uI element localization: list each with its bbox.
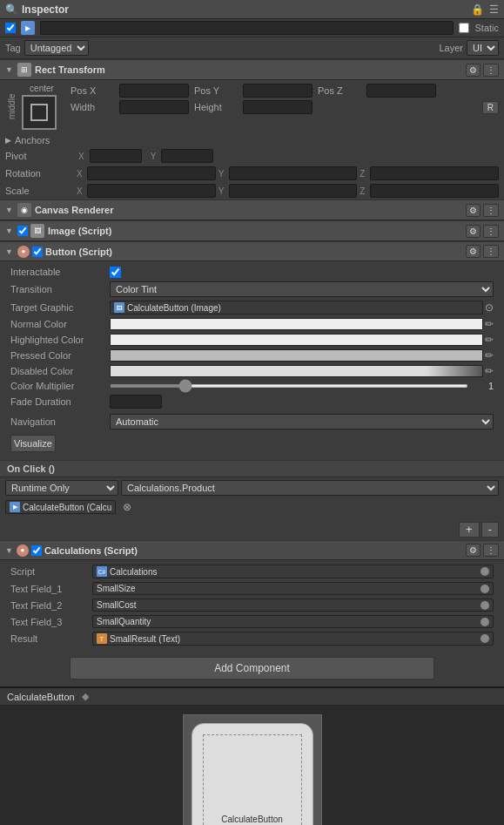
calculations-product-select[interactable]: Calculations.Product — [121, 480, 499, 496]
text-field-3-field[interactable]: SmallQuantity — [92, 615, 494, 628]
width-input[interactable]: 109 — [119, 100, 189, 114]
r-button[interactable]: R — [482, 101, 499, 114]
tag-layer-row: Tag Untagged Layer UI — [0, 37, 504, 59]
pos-y-input[interactable]: -165 — [243, 84, 312, 98]
lock-icon[interactable]: 🔒 — [471, 3, 484, 16]
calc-collapse-arrow: ▼ — [5, 546, 13, 555]
script-value-field[interactable]: C# Calculations — [92, 565, 494, 578]
button-script-body: Interactable Transition Color Tint Targe… — [0, 261, 504, 460]
rect-menu-btn[interactable]: ⋮ — [483, 64, 499, 77]
pivot-y-input[interactable]: 0.5 — [161, 149, 213, 163]
target-graphic-edit[interactable]: ⊙ — [485, 301, 494, 314]
pivot-row: Pivot X 0.5 Y 0.5 — [0, 147, 504, 165]
add-onclick-btn[interactable]: + — [459, 522, 480, 538]
object-name-input[interactable]: CalculateButton — [40, 21, 454, 35]
static-label: Static — [474, 23, 499, 33]
calculations-script-header[interactable]: ▼ ● Calculations (Script) ⚙ ⋮ — [0, 540, 504, 560]
scale-x-input[interactable]: 1 — [87, 184, 216, 198]
calc-menu-btn[interactable]: ⋮ — [483, 544, 499, 557]
object-name-bar: ▶ CalculateButton Static — [0, 19, 504, 37]
canvas-renderer-header[interactable]: ▼ ◉ Canvas Renderer ⚙ ⋮ — [0, 199, 504, 220]
remove-onclick-btn[interactable]: - — [481, 522, 499, 538]
button-menu-btn[interactable]: ⋮ — [483, 245, 499, 258]
normal-color-row: Normal Color ✏ — [5, 316, 499, 332]
layer-select[interactable]: UI — [467, 40, 499, 56]
pressed-color-edit[interactable]: ✏ — [485, 349, 494, 362]
static-checkbox[interactable] — [459, 23, 469, 33]
interactable-checkbox[interactable] — [110, 267, 121, 278]
image-menu-btn[interactable]: ⋮ — [483, 225, 499, 238]
preview-area: CalculateButton Image Size: 32x32 — [0, 706, 504, 825]
pressed-color-bar[interactable] — [110, 349, 483, 362]
onclick-label: On Click () — [7, 463, 55, 474]
height-input[interactable]: 49 — [243, 100, 312, 114]
tag-select[interactable]: Untagged — [24, 40, 89, 56]
add-component-btn[interactable]: Add Component — [70, 657, 434, 680]
target-graphic-label: Target Graphic — [10, 302, 106, 313]
highlighted-color-bar[interactable] — [110, 334, 483, 346]
pos-z-input[interactable]: 0 — [366, 84, 436, 98]
script-obj-icon: C# — [97, 566, 107, 577]
rot-y-label: Y — [218, 169, 227, 179]
result-field[interactable]: T SmallResult (Text) — [92, 632, 494, 646]
text-field-1-circle-btn[interactable] — [480, 585, 489, 593]
preview-dashed-rect — [203, 734, 302, 825]
disabled-color-row: Disabled Color ✏ — [5, 363, 499, 379]
disabled-color-edit[interactable]: ✏ — [485, 365, 494, 377]
scale-z-input[interactable]: 1 — [370, 184, 499, 198]
script-circle-btn[interactable] — [480, 567, 489, 576]
fade-duration-input[interactable]: 0.1 — [110, 395, 162, 409]
pos-x-input[interactable]: 315 — [119, 84, 189, 98]
rect-settings-btn[interactable]: ⚙ — [466, 64, 480, 77]
canvas-renderer-title: Canvas Renderer — [35, 205, 466, 215]
onclick-target-obj[interactable]: ▶ CalculateButton (Calcu — [5, 500, 116, 514]
layer-label: Layer — [439, 43, 463, 53]
fade-duration-label: Fade Duration — [10, 396, 106, 407]
inspector-title: Inspector — [22, 3, 69, 16]
button-script-header[interactable]: ▼ ● Button (Script) ⚙ ⋮ — [0, 241, 504, 261]
button-active-checkbox[interactable] — [32, 247, 43, 257]
rotation-row: Rotation X 0 Y 0 Z 0 — [0, 165, 504, 182]
result-circle-btn[interactable] — [480, 634, 489, 643]
highlighted-color-edit[interactable]: ✏ — [485, 334, 494, 346]
disabled-color-bar[interactable] — [110, 365, 483, 377]
calc-settings-btn[interactable]: ⚙ — [466, 544, 480, 557]
active-checkbox[interactable] — [5, 23, 16, 33]
transition-select[interactable]: Color Tint — [110, 281, 494, 297]
rot-z-input[interactable]: 0 — [370, 166, 499, 180]
runtime-only-select[interactable]: Runtime Only — [5, 480, 118, 496]
navigation-select[interactable]: Automatic — [110, 414, 494, 429]
canvas-menu-btn[interactable]: ⋮ — [483, 204, 499, 217]
anchor-square[interactable] — [22, 95, 57, 130]
navigation-row: Navigation Automatic — [5, 410, 499, 433]
menu-icon[interactable]: ☰ — [489, 3, 499, 16]
calc-script-dot: ● — [17, 544, 29, 557]
canvas-settings-btn[interactable]: ⚙ — [466, 204, 480, 217]
normal-color-bar[interactable] — [110, 318, 483, 330]
rot-y-input[interactable]: 0 — [229, 166, 358, 180]
calc-active-checkbox[interactable] — [31, 545, 42, 556]
anchors-arrow[interactable]: ▶ — [5, 136, 11, 145]
pivot-x-input[interactable]: 0.5 — [90, 149, 142, 163]
color-multiplier-slider[interactable] — [110, 384, 468, 388]
text-field-2-row: Text Field_2 SmallCost — [5, 597, 499, 613]
button-settings-btn[interactable]: ⚙ — [466, 245, 480, 258]
image-active-checkbox[interactable] — [17, 226, 28, 236]
visualize-btn[interactable]: Visualize — [10, 435, 56, 452]
rect-transform-header[interactable]: ▼ ⊞ Rect Transform ⚙ ⋮ — [0, 59, 504, 80]
normal-color-edit[interactable]: ✏ — [485, 318, 494, 330]
text-field-3-circle-btn[interactable] — [480, 618, 489, 626]
onclick-x-btn[interactable]: ⊗ — [123, 501, 131, 513]
text-field-1-field[interactable]: SmallSize — [92, 582, 494, 595]
image-settings-btn[interactable]: ⚙ — [466, 225, 480, 238]
text-field-2-field[interactable]: SmallCost — [92, 598, 494, 612]
image-script-header[interactable]: ▼ 🖼 Image (Script) ⚙ ⋮ — [0, 220, 504, 241]
button-script-title: Button (Script) — [45, 247, 466, 257]
target-graphic-field[interactable]: 🖼 CalculateButton (Image) — [110, 301, 483, 314]
onclick-selects: Runtime Only Calculations.Product — [0, 477, 504, 498]
rot-x-input[interactable]: 0 — [87, 166, 216, 180]
rotation-label: Rotation — [5, 168, 75, 179]
text-field-2-circle-btn[interactable] — [480, 601, 489, 610]
onclick-target-icon: ▶ — [10, 502, 20, 512]
scale-y-input[interactable]: 1 — [229, 184, 358, 198]
